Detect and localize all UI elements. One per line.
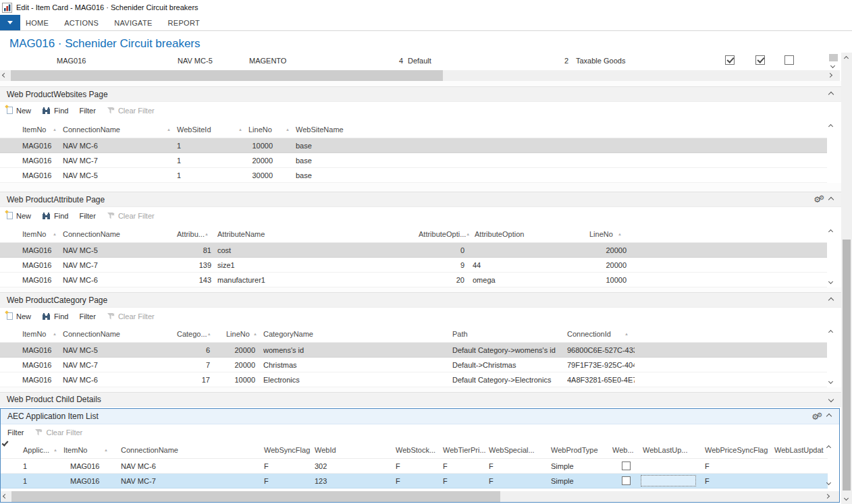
section-header-aec[interactable]: AEC Application Item List ⚙⚙ [1, 409, 839, 424]
column-header[interactable]: WebLastUp... [639, 446, 699, 454]
column-header[interactable]: Applic...▲ [23, 446, 63, 454]
column-header[interactable]: LineNo▲ [248, 125, 296, 134]
column-header[interactable]: AttributeOption [466, 230, 584, 238]
record-tax-label[interactable]: Taxable Goods [576, 57, 625, 65]
clear-filter-button[interactable]: Clear Filter [107, 312, 155, 320]
grid-scroll-up-icon[interactable] [828, 330, 833, 335]
section-header-attributes[interactable]: Web ProductAttribute Page ⚙⚙ [0, 192, 841, 207]
find-button[interactable]: Find [42, 212, 68, 220]
new-button[interactable]: New [7, 212, 31, 220]
filter-button[interactable]: Filter [79, 212, 95, 220]
record-checkbox-3[interactable] [784, 55, 794, 65]
record-group-value[interactable]: 4 [380, 57, 403, 65]
app-menu-button[interactable] [0, 15, 20, 30]
column-header[interactable]: LineNo▲ [584, 230, 628, 238]
column-header[interactable]: ConnectionId▲ [567, 330, 635, 338]
table-row[interactable]: MAG016NAV MC-6 143manufacturer1 20omega … [0, 273, 827, 287]
record-group-label[interactable]: Default [408, 57, 431, 65]
record-integration[interactable]: MAGENTO [249, 57, 286, 65]
column-header[interactable]: AttributeOpti...▲ [410, 230, 466, 238]
focused-cell[interactable] [641, 475, 696, 486]
collapse-up-icon[interactable] [828, 196, 834, 202]
column-header[interactable]: WebSyncFlag [259, 446, 311, 454]
column-header[interactable]: Path [452, 330, 567, 338]
tab-navigate[interactable]: NAVIGATE [114, 19, 152, 27]
table-row[interactable]: MAG016NAV MC-7 139size1 944 20000 [0, 258, 827, 273]
vscroll-up-icon[interactable] [844, 56, 849, 61]
grid-scroll-down-icon[interactable] [828, 279, 833, 284]
hscroll-left-icon[interactable] [2, 73, 7, 78]
table-row-selected[interactable]: 1 MAG016 NAV MC-7 F 123 F F F Simple F [1, 474, 828, 488]
grid-scroll-up-icon[interactable] [828, 124, 833, 129]
clear-filter-button[interactable]: Clear Filter [107, 212, 155, 220]
new-button[interactable]: New [7, 107, 31, 115]
table-row[interactable]: MAG016NAV MC-7 720000 ChristmasDefault->… [0, 358, 827, 372]
hscroll-thumb[interactable] [11, 491, 500, 502]
table-row[interactable]: MAG016NAV MC-6 1710000 ElectronicsDefaul… [0, 372, 827, 387]
record-item-no[interactable]: MAG016 [57, 57, 86, 65]
hscroll-right-icon[interactable] [828, 73, 832, 78]
section-header-child-details[interactable]: Web Product Child Details [0, 392, 841, 407]
clear-filter-button[interactable]: Clear Filter [34, 428, 82, 437]
hscroll-left-icon[interactable] [3, 494, 7, 499]
find-button[interactable]: Find [42, 107, 68, 115]
section-header-websites[interactable]: Web ProductWebsites Page [0, 86, 841, 102]
table-row[interactable]: MAG016NAV MC-5 620000 womens's idDefault… [0, 343, 827, 358]
column-header[interactable]: WebLastUpdat [774, 446, 828, 454]
column-header[interactable]: WebSiteName [296, 125, 827, 134]
expand-down-icon[interactable] [828, 397, 834, 402]
column-header[interactable]: Attribu...▲ [177, 230, 214, 238]
column-header[interactable]: WebProdType [546, 446, 612, 454]
column-header[interactable]: ItemNo▲ [63, 446, 114, 454]
column-header[interactable]: LineNo▲ [213, 330, 263, 338]
filter-button[interactable]: Filter [7, 428, 24, 437]
table-row[interactable]: MAG016NAV MC-5 81cost 0 20000 [0, 243, 827, 258]
settings-gears-icon[interactable]: ⚙⚙ [811, 412, 820, 421]
column-header[interactable]: ConnectionName▲ [63, 125, 177, 134]
find-button[interactable]: Find [42, 312, 68, 320]
column-header[interactable]: WebTierPri... [438, 446, 484, 454]
column-header[interactable]: ConnectionName [114, 446, 259, 454]
column-header[interactable]: WebPriceSyncFlag [699, 446, 774, 454]
collapse-up-icon[interactable] [828, 91, 834, 96]
record-scrollbar-thumb[interactable] [829, 54, 838, 61]
column-header[interactable]: AttributeName [214, 230, 410, 238]
filter-button[interactable]: Filter [79, 312, 95, 320]
record-checkbox-1[interactable] [725, 55, 735, 65]
column-header[interactable]: Catego...▲ [177, 330, 213, 338]
column-header[interactable]: WebSiteId▲ [177, 125, 248, 134]
column-header[interactable]: ConnectionName [63, 330, 177, 338]
table-row[interactable]: 1 MAG016 NAV MC-6 F 302 F F F Simple F [1, 459, 828, 474]
record-connection-name[interactable]: NAV MC-5 [178, 57, 213, 65]
table-row[interactable]: MAG016NAV MC-7 120000 base [0, 153, 827, 168]
column-header[interactable]: Web... [612, 446, 639, 454]
filter-button[interactable]: Filter [79, 107, 95, 115]
grid-scroll-down-icon[interactable] [828, 379, 833, 384]
tab-actions[interactable]: ACTIONS [64, 19, 99, 27]
column-header[interactable]: CategoryName [263, 330, 452, 338]
web-flag-checkbox[interactable] [622, 476, 631, 485]
hscroll-right-icon[interactable] [825, 494, 830, 499]
tab-home[interactable]: HOME [26, 19, 49, 27]
clear-filter-button[interactable]: Clear Filter [107, 107, 155, 115]
column-header[interactable]: WebStock... [391, 446, 438, 454]
column-header[interactable]: ItemNo▲ [22, 230, 63, 238]
record-scroll-down-icon[interactable] [830, 63, 835, 68]
section-header-categories[interactable]: Web ProductCategory Page [0, 292, 841, 308]
settings-gears-icon[interactable]: ⚙⚙ [814, 195, 822, 204]
column-header[interactable]: WebId [311, 446, 391, 454]
record-tax-value[interactable]: 2 [545, 57, 568, 65]
grid-scroll-up-icon[interactable] [828, 229, 833, 234]
tab-report[interactable]: REPORT [168, 19, 200, 27]
web-flag-checkbox[interactable] [622, 461, 631, 470]
table-row[interactable]: MAG016NAV MC-5 130000 base [0, 168, 827, 183]
column-header[interactable]: ConnectionName [63, 230, 177, 238]
record-checkbox-2[interactable] [755, 55, 765, 65]
new-button[interactable]: New [7, 312, 31, 320]
column-header[interactable]: WebSpecial... [484, 446, 546, 454]
collapse-up-icon[interactable] [828, 297, 834, 302]
vscroll-thumb[interactable] [843, 240, 851, 491]
collapse-up-icon[interactable] [826, 414, 832, 419]
column-header[interactable]: ItemNo▲ [22, 330, 63, 338]
vscroll-down-icon[interactable] [844, 496, 849, 501]
